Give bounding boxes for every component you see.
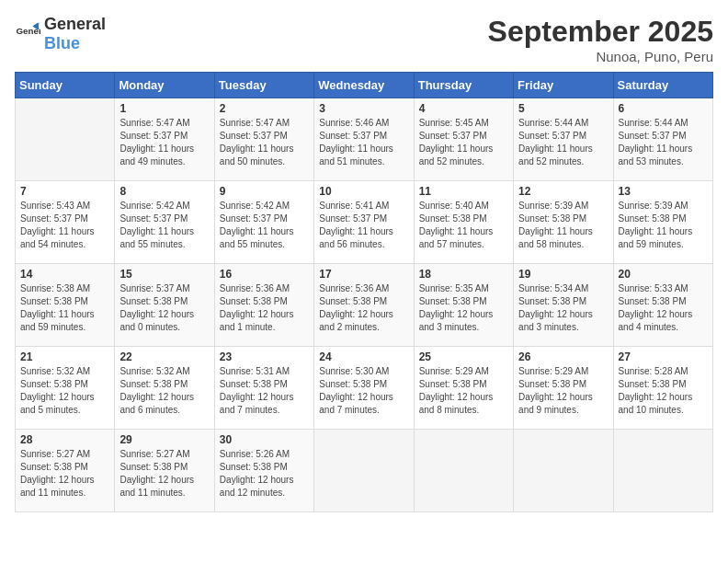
day-number: 13 — [619, 185, 708, 198]
day-number: 20 — [619, 268, 708, 281]
day-number: 17 — [319, 268, 408, 281]
day-cell: 4Sunrise: 5:45 AM Sunset: 5:37 PM Daylig… — [414, 98, 513, 181]
day-cell: 29Sunrise: 5:27 AM Sunset: 5:38 PM Dayli… — [115, 430, 214, 512]
day-info: Sunrise: 5:36 AM Sunset: 5:38 PM Dayligh… — [319, 282, 408, 334]
weekday-header-sunday: Sunday — [16, 73, 115, 98]
day-cell: 28Sunrise: 5:27 AM Sunset: 5:38 PM Dayli… — [16, 430, 115, 512]
day-info: Sunrise: 5:45 AM Sunset: 5:37 PM Dayligh… — [419, 117, 508, 168]
day-number: 21 — [20, 350, 109, 363]
day-number: 2 — [220, 102, 309, 115]
day-info: Sunrise: 5:29 AM Sunset: 5:38 PM Dayligh… — [419, 365, 508, 417]
logo: General General Blue — [15, 15, 106, 53]
day-info: Sunrise: 5:32 AM Sunset: 5:38 PM Dayligh… — [20, 365, 109, 417]
calendar-table: SundayMondayTuesdayWednesdayThursdayFrid… — [15, 72, 713, 512]
day-info: Sunrise: 5:36 AM Sunset: 5:38 PM Dayligh… — [220, 282, 309, 334]
logo-general-text: General — [44, 15, 106, 33]
day-cell: 27Sunrise: 5:28 AM Sunset: 5:38 PM Dayli… — [613, 347, 712, 430]
day-cell: 19Sunrise: 5:34 AM Sunset: 5:38 PM Dayli… — [514, 264, 613, 347]
day-cell: 22Sunrise: 5:32 AM Sunset: 5:38 PM Dayli… — [115, 347, 214, 430]
week-row-3: 14Sunrise: 5:38 AM Sunset: 5:38 PM Dayli… — [16, 264, 713, 347]
day-number: 23 — [220, 350, 309, 363]
week-row-4: 21Sunrise: 5:32 AM Sunset: 5:38 PM Dayli… — [16, 347, 713, 430]
day-cell: 18Sunrise: 5:35 AM Sunset: 5:38 PM Dayli… — [414, 264, 513, 347]
week-row-1: 1Sunrise: 5:47 AM Sunset: 5:37 PM Daylig… — [16, 98, 713, 181]
day-info: Sunrise: 5:37 AM Sunset: 5:38 PM Dayligh… — [119, 282, 209, 334]
logo-icon: General — [15, 21, 40, 47]
page-header: General General Blue September 2025 Nuno… — [15, 15, 713, 64]
day-cell: 12Sunrise: 5:39 AM Sunset: 5:38 PM Dayli… — [514, 181, 613, 264]
day-number: 14 — [20, 268, 109, 281]
day-info: Sunrise: 5:39 AM Sunset: 5:38 PM Dayligh… — [619, 200, 708, 251]
day-cell: 17Sunrise: 5:36 AM Sunset: 5:38 PM Dayli… — [314, 264, 414, 347]
weekday-header-saturday: Saturday — [613, 73, 712, 98]
day-cell: 5Sunrise: 5:44 AM Sunset: 5:37 PM Daylig… — [514, 98, 613, 181]
day-cell: 2Sunrise: 5:47 AM Sunset: 5:37 PM Daylig… — [214, 98, 313, 181]
day-cell: 7Sunrise: 5:43 AM Sunset: 5:37 PM Daylig… — [16, 181, 115, 264]
day-cell: 26Sunrise: 5:29 AM Sunset: 5:38 PM Dayli… — [514, 347, 613, 430]
day-number: 3 — [319, 102, 408, 115]
day-number: 28 — [20, 433, 109, 446]
day-info: Sunrise: 5:28 AM Sunset: 5:38 PM Dayligh… — [619, 365, 708, 417]
week-row-2: 7Sunrise: 5:43 AM Sunset: 5:37 PM Daylig… — [16, 181, 713, 264]
day-info: Sunrise: 5:47 AM Sunset: 5:37 PM Dayligh… — [220, 117, 309, 168]
day-info: Sunrise: 5:44 AM Sunset: 5:37 PM Dayligh… — [619, 117, 708, 168]
weekday-header-monday: Monday — [115, 73, 214, 98]
day-cell: 1Sunrise: 5:47 AM Sunset: 5:37 PM Daylig… — [115, 98, 214, 181]
day-cell — [314, 430, 414, 512]
day-cell: 24Sunrise: 5:30 AM Sunset: 5:38 PM Dayli… — [314, 347, 414, 430]
day-number: 9 — [220, 185, 309, 198]
day-cell: 30Sunrise: 5:26 AM Sunset: 5:38 PM Dayli… — [214, 430, 313, 512]
day-number: 11 — [419, 185, 508, 198]
weekday-header-wednesday: Wednesday — [314, 73, 414, 98]
day-cell: 9Sunrise: 5:42 AM Sunset: 5:37 PM Daylig… — [214, 181, 313, 264]
day-cell: 3Sunrise: 5:46 AM Sunset: 5:37 PM Daylig… — [314, 98, 414, 181]
day-number: 29 — [119, 433, 209, 446]
day-info: Sunrise: 5:30 AM Sunset: 5:38 PM Dayligh… — [319, 365, 408, 417]
day-info: Sunrise: 5:29 AM Sunset: 5:38 PM Dayligh… — [518, 365, 608, 417]
day-cell: 16Sunrise: 5:36 AM Sunset: 5:38 PM Dayli… — [214, 264, 313, 347]
day-info: Sunrise: 5:34 AM Sunset: 5:38 PM Dayligh… — [518, 282, 608, 334]
day-info: Sunrise: 5:47 AM Sunset: 5:37 PM Dayligh… — [119, 117, 209, 168]
day-number: 5 — [518, 102, 608, 115]
day-number: 25 — [419, 350, 508, 363]
day-cell — [414, 430, 513, 512]
title-section: September 2025 Nunoa, Puno, Peru — [488, 15, 713, 64]
day-cell — [613, 430, 712, 512]
day-number: 6 — [619, 102, 708, 115]
day-cell: 14Sunrise: 5:38 AM Sunset: 5:38 PM Dayli… — [16, 264, 115, 347]
day-info: Sunrise: 5:38 AM Sunset: 5:38 PM Dayligh… — [20, 282, 109, 334]
day-info: Sunrise: 5:42 AM Sunset: 5:37 PM Dayligh… — [119, 200, 209, 251]
day-info: Sunrise: 5:46 AM Sunset: 5:37 PM Dayligh… — [319, 117, 408, 168]
day-cell: 10Sunrise: 5:41 AM Sunset: 5:37 PM Dayli… — [314, 181, 414, 264]
day-number: 19 — [518, 268, 608, 281]
day-number: 18 — [419, 268, 508, 281]
day-info: Sunrise: 5:26 AM Sunset: 5:38 PM Dayligh… — [220, 448, 309, 500]
month-title: September 2025 — [488, 15, 713, 49]
weekday-header-tuesday: Tuesday — [214, 73, 313, 98]
day-info: Sunrise: 5:27 AM Sunset: 5:38 PM Dayligh… — [20, 448, 109, 500]
day-number: 15 — [119, 268, 209, 281]
day-info: Sunrise: 5:44 AM Sunset: 5:37 PM Dayligh… — [518, 117, 608, 168]
day-number: 22 — [119, 350, 209, 363]
day-number: 1 — [119, 102, 209, 115]
day-cell: 13Sunrise: 5:39 AM Sunset: 5:38 PM Dayli… — [613, 181, 712, 264]
location-subtitle: Nunoa, Puno, Peru — [488, 49, 713, 64]
weekday-header-friday: Friday — [514, 73, 613, 98]
day-info: Sunrise: 5:27 AM Sunset: 5:38 PM Dayligh… — [119, 448, 209, 500]
day-cell — [514, 430, 613, 512]
day-number: 10 — [319, 185, 408, 198]
day-info: Sunrise: 5:31 AM Sunset: 5:38 PM Dayligh… — [220, 365, 309, 417]
day-info: Sunrise: 5:33 AM Sunset: 5:38 PM Dayligh… — [619, 282, 708, 334]
day-info: Sunrise: 5:39 AM Sunset: 5:38 PM Dayligh… — [518, 200, 608, 251]
day-info: Sunrise: 5:40 AM Sunset: 5:38 PM Dayligh… — [419, 200, 508, 251]
day-number: 27 — [619, 350, 708, 363]
week-row-5: 28Sunrise: 5:27 AM Sunset: 5:38 PM Dayli… — [16, 430, 713, 512]
logo-blue-text: Blue — [44, 34, 80, 52]
day-number: 24 — [319, 350, 408, 363]
day-cell: 8Sunrise: 5:42 AM Sunset: 5:37 PM Daylig… — [115, 181, 214, 264]
day-number: 30 — [220, 433, 309, 446]
header-row: SundayMondayTuesdayWednesdayThursdayFrid… — [16, 73, 713, 98]
day-number: 12 — [518, 185, 608, 198]
day-cell: 11Sunrise: 5:40 AM Sunset: 5:38 PM Dayli… — [414, 181, 513, 264]
day-number: 8 — [119, 185, 209, 198]
